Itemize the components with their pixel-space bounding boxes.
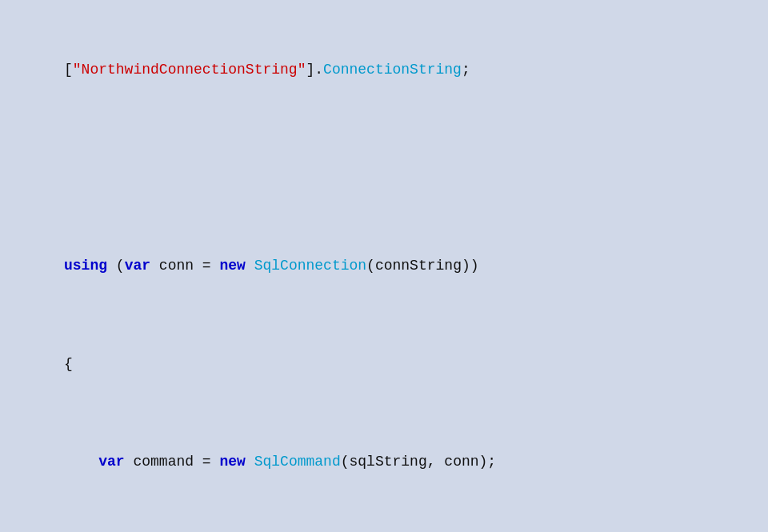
code-line-7: using (var conn = new SqlConnection(conn… (64, 254, 704, 278)
code-line-6 (64, 156, 704, 181)
code-line-8: { (64, 352, 704, 377)
code-block: var catID = Request.QueryString["Categor… (64, 0, 704, 532)
code-container: var catID = Request.QueryString["Categor… (24, 0, 744, 532)
code-line-5: ["NorthwindConnectionString"].Connection… (64, 58, 704, 82)
code-line-9: var command = new SqlCommand(sqlString, … (64, 450, 704, 474)
